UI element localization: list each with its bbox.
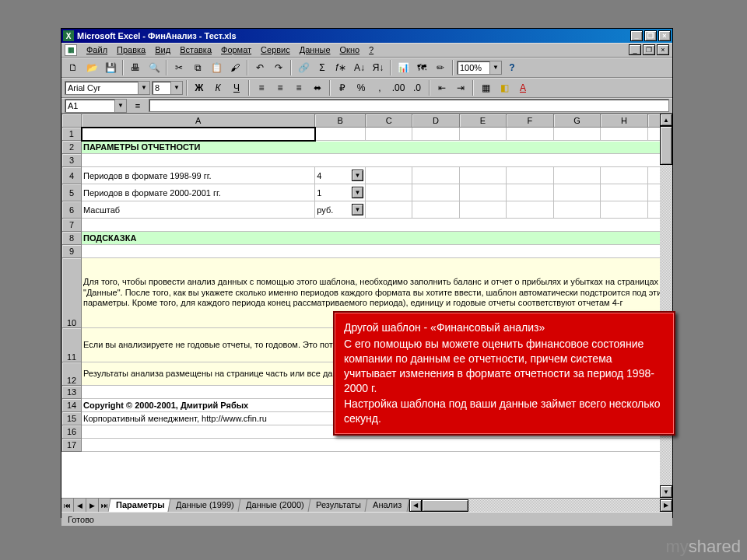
row-header[interactable]: 14 <box>62 399 82 412</box>
hyperlink-button[interactable]: 🔗 <box>295 59 312 75</box>
select-all-button[interactable] <box>62 114 82 128</box>
doc-restore-button[interactable]: ❐ <box>643 44 655 55</box>
col-header-F[interactable]: F <box>507 114 553 128</box>
comma-button[interactable]: , <box>371 79 388 96</box>
fill-color-button[interactable]: ◧ <box>496 79 513 96</box>
menu-format[interactable]: Формат <box>216 44 256 55</box>
decrease-indent-button[interactable]: ⇤ <box>433 79 451 96</box>
percent-button[interactable]: % <box>352 79 370 96</box>
dropdown-periods-1998[interactable]: 4▼ <box>315 167 366 184</box>
row-header[interactable]: 6 <box>62 201 82 219</box>
row-header[interactable]: 12 <box>62 362 82 386</box>
minimize-button[interactable]: _ <box>630 30 643 41</box>
col-header-D[interactable]: D <box>412 114 459 128</box>
doc-close-button[interactable]: × <box>657 44 669 55</box>
dropdown-scale[interactable]: руб.▼ <box>315 201 366 219</box>
scroll-thumb[interactable] <box>660 126 672 165</box>
tab-data-2000[interactable]: Данные (2000) <box>238 499 313 512</box>
cell-A1[interactable] <box>82 128 315 141</box>
row-header[interactable]: 1 <box>62 128 82 141</box>
help-button[interactable]: ? <box>503 59 521 75</box>
align-left-button[interactable]: ≡ <box>253 79 270 96</box>
row-header[interactable]: 2 <box>62 141 82 154</box>
drawing-button[interactable]: ✏ <box>432 59 449 75</box>
scroll-up-button[interactable]: ▲ <box>660 114 672 126</box>
label-periods-2000[interactable]: Периодов в формате 2000-2001 гг. <box>82 184 315 201</box>
copy-button[interactable]: ⧉ <box>189 59 206 75</box>
function-button[interactable]: f∗ <box>332 59 349 75</box>
currency-button[interactable]: ₽ <box>334 79 351 96</box>
chevron-down-icon[interactable]: ▼ <box>352 170 363 181</box>
italic-button[interactable]: К <box>209 79 226 96</box>
decrease-decimal-button[interactable]: .0 <box>409 79 426 96</box>
label-periods-1998[interactable]: Периодов в формате 1998-99 гг. <box>82 167 315 184</box>
increase-decimal-button[interactable]: .00 <box>390 79 407 96</box>
tab-parameters[interactable]: Параметры <box>108 499 173 512</box>
row-header[interactable]: 11 <box>62 328 82 362</box>
bold-button[interactable]: Ж <box>191 79 208 96</box>
undo-button[interactable]: ↶ <box>251 59 268 75</box>
font-combo[interactable]: Arial Cyr ▼ <box>65 81 150 95</box>
chevron-down-icon[interactable]: ▼ <box>489 61 501 74</box>
menu-file[interactable]: Файл <box>82 44 112 55</box>
tab-data-1999[interactable]: Данные (1999) <box>168 499 243 512</box>
map-button[interactable]: 🗺 <box>413 59 430 75</box>
restore-button[interactable]: ❐ <box>644 30 657 41</box>
menu-tools[interactable]: Сервис <box>256 44 295 55</box>
row-header[interactable]: 5 <box>62 184 82 201</box>
tab-results[interactable]: Результаты <box>307 499 369 512</box>
sort-desc-button[interactable]: Я↓ <box>370 59 387 75</box>
borders-button[interactable]: ▦ <box>477 79 494 96</box>
workbook-icon[interactable]: ▦ <box>65 44 77 56</box>
col-header-C[interactable]: C <box>365 114 412 128</box>
paste-button[interactable]: 📋 <box>208 59 225 75</box>
row-header[interactable]: 10 <box>62 258 82 328</box>
menu-edit[interactable]: Правка <box>112 44 150 55</box>
chevron-down-icon[interactable]: ▼ <box>114 100 126 112</box>
format-painter-button[interactable]: 🖌 <box>226 59 244 75</box>
autosum-button[interactable]: Σ <box>314 59 331 75</box>
row-header[interactable]: 7 <box>62 219 82 232</box>
underline-button[interactable]: Ч <box>228 79 245 96</box>
redo-button[interactable]: ↷ <box>270 59 287 75</box>
scroll-left-button[interactable]: ◀ <box>409 499 422 512</box>
font-size-combo[interactable]: 8 ▼ <box>152 81 183 95</box>
doc-minimize-button[interactable]: _ <box>629 44 641 55</box>
tab-first-button[interactable]: ⏮ <box>61 499 74 512</box>
name-box[interactable]: A1 ▼ <box>65 99 127 113</box>
font-color-button[interactable]: A <box>514 79 531 96</box>
close-button[interactable]: × <box>658 30 671 41</box>
chevron-down-icon[interactable]: ▼ <box>138 82 149 94</box>
label-scale[interactable]: Масштаб <box>82 201 315 219</box>
menu-window[interactable]: Окно <box>335 44 365 55</box>
scroll-thumb[interactable] <box>422 499 468 512</box>
sort-asc-button[interactable]: A↓ <box>351 59 368 75</box>
align-right-button[interactable]: ≡ <box>290 79 307 96</box>
row-header[interactable]: 3 <box>62 154 82 167</box>
scroll-down-button[interactable]: ▼ <box>660 485 672 498</box>
menu-view[interactable]: Вид <box>150 44 175 55</box>
row-header[interactable]: 16 <box>62 425 82 439</box>
tab-prev-button[interactable]: ◀ <box>74 499 86 512</box>
row-header[interactable]: 4 <box>62 167 82 184</box>
row-header[interactable]: 17 <box>62 439 82 452</box>
tab-analysis[interactable]: Анализ <box>364 499 409 512</box>
row-header[interactable]: 9 <box>62 245 82 258</box>
align-center-button[interactable]: ≡ <box>272 79 289 96</box>
col-header-H[interactable]: H <box>601 114 647 128</box>
open-button[interactable]: 📂 <box>83 59 100 75</box>
vertical-scrollbar[interactable]: ▲ ▼ <box>660 114 672 498</box>
increase-indent-button[interactable]: ⇥ <box>452 79 469 96</box>
zoom-combo[interactable]: 100% ▼ <box>457 61 502 75</box>
col-header-E[interactable]: E <box>459 114 506 128</box>
print-button[interactable]: 🖶 <box>127 59 144 75</box>
section-header-hint[interactable]: ПОДСКАЗКА <box>82 232 672 245</box>
col-header-B[interactable]: B <box>315 114 366 128</box>
print-preview-button[interactable]: 🔍 <box>146 59 163 75</box>
tab-next-button[interactable]: ▶ <box>86 499 99 512</box>
save-button[interactable]: 💾 <box>102 59 119 75</box>
menu-insert[interactable]: Вставка <box>175 44 216 55</box>
cut-button[interactable]: ✂ <box>170 59 188 75</box>
merge-center-button[interactable]: ⬌ <box>309 79 326 96</box>
new-button[interactable]: 🗋 <box>65 59 82 75</box>
